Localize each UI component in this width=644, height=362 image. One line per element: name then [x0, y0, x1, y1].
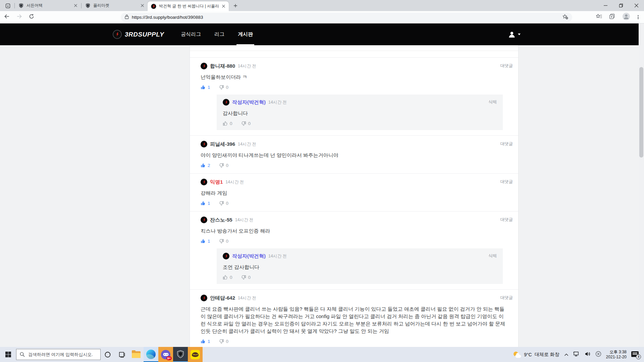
favorites-icon[interactable] — [596, 14, 602, 20]
comment-text: 킥스나 방송가서 오프인증 해라 — [201, 227, 507, 235]
edge-taskbar-button[interactable] — [144, 347, 158, 362]
file-explorer-button[interactable] — [129, 347, 144, 362]
reply-text: 조언 감사합니다 — [223, 263, 497, 271]
dislike-button[interactable]: 0 — [241, 275, 251, 280]
task-view-button[interactable] — [115, 347, 129, 362]
like-button[interactable]: 1 — [201, 339, 210, 344]
page-scrollbar[interactable] — [639, 23, 644, 347]
close-tab-icon[interactable] — [221, 4, 226, 9]
reply-timestamp: 14시간 전 — [268, 253, 287, 259]
lock-icon[interactable] — [125, 14, 129, 20]
author-reply: 삭제 작성자(박건혁) 14시간 전 조언 감사합니다 0 0 — [217, 248, 503, 284]
settings-menu-icon[interactable] — [638, 15, 639, 20]
shield-app-button[interactable] — [173, 347, 188, 362]
thumbs-down-icon — [219, 163, 224, 168]
close-tab-icon[interactable] — [73, 3, 78, 8]
delete-button[interactable]: 삭제 — [488, 99, 497, 105]
url-text[interactable]: https://3rd.supply/board/hot/390883 — [132, 15, 203, 20]
weather-icon — [513, 351, 521, 358]
browser-tab-1[interactable]: 서든어택 — [15, 0, 81, 11]
new-tab-button[interactable] — [231, 1, 240, 10]
reply-button[interactable]: 대댓글 — [500, 63, 513, 69]
like-button[interactable]: 1 — [201, 239, 210, 244]
reply-button[interactable]: 대댓글 — [500, 141, 513, 147]
comment-author[interactable]: 합니재-880 — [210, 63, 235, 69]
kakaotalk-button[interactable]: TALK — [188, 347, 203, 362]
browser-toolbar: https://3rd.supply/board/hot/390883 — [0, 11, 644, 23]
network-icon[interactable] — [573, 351, 580, 358]
dislike-button[interactable]: 0 — [219, 239, 229, 244]
browser-tab-2[interactable]: 플리마켓 — [82, 0, 148, 11]
restore-button[interactable] — [613, 0, 629, 11]
back-button[interactable] — [4, 14, 10, 20]
comment-timestamp: 14시간 전 — [235, 217, 254, 223]
nav-item-1[interactable]: 공식리그 — [179, 23, 202, 45]
profile-avatar[interactable] — [622, 12, 630, 22]
tab-actions-icon[interactable] — [3, 2, 12, 10]
nav-item-3[interactable]: 게시판 — [236, 23, 254, 45]
like-count: 2 — [208, 163, 210, 168]
browser-tab-3[interactable]: 박건혁 글 한 번 써봅니다 | 서플라이 — [148, 1, 229, 11]
comment-author[interactable]: 피닐세-396 — [210, 141, 235, 147]
dismiss-circle-icon[interactable] — [595, 351, 601, 358]
taskbar-search-input[interactable]: 검색하려면 여기에 입력하십시오. — [16, 349, 101, 360]
like-count: 1 — [208, 201, 210, 206]
reply-button[interactable]: 대댓글 — [500, 295, 513, 301]
thumbs-down-icon — [241, 275, 246, 280]
forward-button[interactable] — [16, 14, 22, 20]
shield-icon — [177, 350, 184, 359]
reply-author[interactable]: 작성자(박건혁) — [232, 253, 266, 259]
thumbs-down-icon — [219, 201, 224, 206]
search-placeholder: 검색하려면 여기에 입력하십시오. — [28, 352, 93, 358]
comment-author[interactable]: 안테답-642 — [210, 295, 235, 301]
reply-button[interactable]: 대댓글 — [500, 217, 513, 223]
close-tab-icon[interactable] — [140, 3, 145, 8]
like-button[interactable]: 1 — [201, 85, 210, 90]
like-button[interactable]: 0 — [223, 121, 232, 126]
like-button[interactable]: 0 — [223, 275, 232, 280]
reply-button[interactable]: 대댓글 — [500, 179, 513, 185]
thumbs-down-icon — [219, 339, 224, 344]
comment-author[interactable]: 잔스노-55 — [210, 217, 232, 223]
like-count: 1 — [208, 85, 210, 90]
user-avatar — [201, 141, 207, 147]
reply-author[interactable]: 작성자(박건혁) — [232, 99, 266, 106]
scrollbar-thumb[interactable] — [639, 67, 643, 158]
close-window-button[interactable] — [629, 0, 644, 11]
like-button[interactable]: 1 — [201, 201, 210, 206]
like-button[interactable]: 2 — [201, 163, 210, 168]
shield-favicon — [85, 3, 91, 8]
dislike-button[interactable]: 0 — [219, 339, 229, 344]
dislike-count: 0 — [226, 163, 229, 168]
dislike-button[interactable]: 0 — [219, 201, 229, 206]
user-menu[interactable] — [508, 31, 521, 39]
collections-icon[interactable] — [609, 14, 615, 20]
start-button[interactable] — [0, 347, 16, 362]
tray-chevron-icon[interactable] — [564, 352, 569, 358]
delete-button[interactable]: 삭제 — [488, 253, 497, 259]
refresh-button[interactable] — [29, 14, 34, 20]
comment-item: 대댓글 익명1 14시간 전 걍해라 게임 1 0 — [190, 173, 518, 211]
cortana-button[interactable] — [101, 347, 115, 362]
user-avatar — [223, 99, 229, 106]
comment-author[interactable]: 익명1 — [210, 179, 223, 185]
dislike-button[interactable]: 0 — [219, 85, 229, 90]
taskbar-clock[interactable]: 오후 3:38 2021-12-20 — [606, 350, 627, 360]
thumbs-up-icon — [223, 121, 228, 126]
add-favorite-icon[interactable] — [562, 14, 568, 21]
weather-temp: 9°C — [524, 352, 532, 357]
volume-icon[interactable] — [585, 351, 591, 358]
user-avatar — [201, 63, 207, 69]
game-app-button[interactable]: 9+ — [158, 347, 173, 362]
weather-widget[interactable]: 9°C 대체로 화창 — [513, 351, 559, 358]
minimize-button[interactable] — [598, 0, 613, 11]
address-bar[interactable]: https://3rd.supply/board/hot/390883 — [121, 13, 572, 22]
comment-item: 대댓글 피닐세-396 14시간 전 야이 양민새끼야 티나게쓰는데 넌 양민이… — [190, 135, 518, 173]
dislike-button[interactable]: 0 — [219, 163, 229, 168]
dislike-button[interactable]: 0 — [241, 121, 251, 126]
site-header: 3RDSUPPLY 공식리그리그게시판 — [0, 23, 639, 45]
comment-votes: 1 0 — [201, 339, 507, 344]
action-center-button[interactable]: 3 — [631, 351, 640, 359]
site-logo[interactable]: 3RDSUPPLY — [113, 30, 164, 39]
nav-item-2[interactable]: 리그 — [213, 23, 226, 45]
